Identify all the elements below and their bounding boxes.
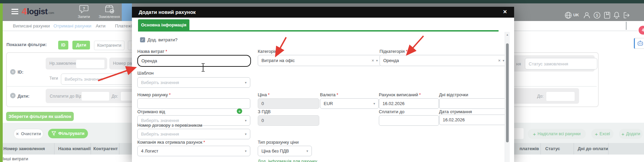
invoice-number-input[interactable] [137,98,250,109]
plus-icon: + [533,131,536,137]
chevron-down-icon[interactable]: ▾ [376,59,378,62]
order-status-label-fragment: ня [516,61,521,66]
modal-tab-main-info[interactable]: Основна інформація [138,19,189,30]
vat-input: 0 [258,115,319,126]
logo-4: 4 [22,6,27,17]
column-separator [608,143,608,155]
column-order-number[interactable]: Номер замовлення [3,146,45,151]
add-counterparty-button[interactable]: + [237,108,242,114]
add-invoice-button[interactable]: + Додати [619,129,643,139]
column-partner[interactable]: Контрагент [93,146,118,151]
chevron-down-icon[interactable]: ▾ [245,81,247,84]
filter-toggle-dates[interactable]: Дати [72,41,90,49]
plus-icon: + [595,131,598,137]
filter-row-id-label: ID: [18,69,23,75]
right-to-label: До: [537,94,544,99]
clear-selection-icon[interactable]: × [498,58,501,63]
user-icon[interactable] [583,12,591,19]
filter-toggle-id[interactable]: ID [58,41,68,49]
chevron-down-icon[interactable]: ▾ [306,149,308,153]
clear-selection-icon[interactable]: × [371,58,374,63]
column-company-name[interactable]: Назва компанії [58,146,91,151]
pay-until-to-label: До: [112,94,118,99]
column-days-to-pay[interactable]: Дні до оплати [578,146,608,151]
column-status[interactable]: Статус [545,146,560,151]
journal-icon[interactable] [603,12,611,19]
language-label: UK [573,13,579,17]
chevron-down-icon[interactable]: ▾ [245,119,247,122]
notification-badge[interactable]: 4 [638,25,644,35]
expense-name-label: Назва витрат* [137,49,167,54]
notifications-bell-icon[interactable] [613,11,620,19]
price-value: 0 [261,101,316,106]
add-invoice-modal: Додати новий рахунок ✕ Основна інформаці… [132,7,514,162]
more-invoice-info-link[interactable]: Дод. інформація для рахунку [258,159,317,162]
apply-filter-button[interactable]: Фільтрувати [48,129,88,138]
currency-select[interactable]: EUR ▾ [320,98,379,109]
carrier-contract-placeholder: Виберіть значення [141,131,243,137]
parcel-box-icon [104,4,115,14]
tab-received-invoices[interactable]: Отримані рахунки [53,23,91,28]
modal-scrollbar[interactable]: ▲ [505,32,510,162]
order-number-input[interactable] [76,59,105,68]
received-from-placeholder: Виберіть значення [141,118,243,123]
received-from-label: Отримано від [137,109,165,114]
pay-until-input[interactable] [379,115,439,126]
hamburger-icon[interactable] [12,9,18,14]
globe-icon [564,11,572,19]
remove-dates-filter-icon[interactable]: × [10,93,16,98]
tab-payments[interactable]: Платежі [115,23,132,28]
category-label: Категорія [258,49,277,54]
subcategory-select[interactable]: Оренда × ▾ [380,55,508,66]
chevron-down-icon[interactable]: ▾ [373,102,375,105]
language-switcher[interactable]: UK [564,11,580,19]
remove-id-filter-icon[interactable]: × [10,69,16,75]
scrollbar-up-icon[interactable]: ▲ [505,33,510,36]
template-select[interactable]: Виберіть значення ▾ [137,77,250,88]
app-logo[interactable]: 4logist.com [22,6,54,16]
finance-icon[interactable]: $ [593,12,601,19]
right-to-input[interactable] [546,92,575,101]
send-all-invoices-label: Надіслати всі рахунки [537,131,580,136]
receiving-company-select[interactable]: 4 Логист ▾ [137,146,250,156]
table-row-other-expenses[interactable]: Інші витрати [3,156,28,161]
expense-name-input[interactable]: Оренда [137,55,251,67]
modal-close-button[interactable]: ✕ [501,9,509,16]
price-type-label: Тип розрахунку ціни [258,140,299,145]
received-date-input[interactable]: 16.02.2026 [439,115,507,125]
invoice-issued-input[interactable]: 16.02.2026 [379,98,439,109]
clear-filters-button[interactable]: ✕ Очистити [14,129,43,139]
logout-icon[interactable] [623,12,630,19]
menu-item-requests[interactable]: ? Запити [74,4,93,20]
excel-export-label: Excel [600,131,610,136]
menu-item-orders[interactable]: Замовлення [97,4,121,20]
filter-toggle-partners[interactable]: Контрагенти [94,41,124,50]
expense-name-value: Оренда [141,58,247,63]
pay-until-from-label: Сплатити до Від: [50,94,83,99]
grace-days-input[interactable] [439,98,507,109]
clear-filters-label: Очистити [21,131,41,136]
chatbot-launcher[interactable] [634,38,644,49]
invoice-issued-label: Рахунок виписаний* [379,92,421,97]
chevron-down-icon[interactable]: ▾ [245,149,247,153]
pay-until-from-input[interactable] [81,92,110,101]
price-type-select[interactable]: Ціна без ПДВ ▾ [258,146,312,156]
tab-acts[interactable]: Акти [96,23,106,28]
send-all-invoices-button[interactable]: + Надіслати всі рахунки [528,129,586,139]
category-select[interactable]: Витрати на офіс × ▾ [258,55,382,66]
save-filter-template-button[interactable]: Зберегти фільтри як шаблон [6,112,74,121]
order-status-input[interactable]: Статус замовлення [525,58,597,69]
chevron-down-icon[interactable]: ▾ [245,132,247,136]
excel-export-button[interactable]: + Excel [591,129,614,139]
left-accent-strip [0,3,3,162]
currency-label: Валюта* [320,92,338,97]
funnel-icon [51,131,56,136]
chevron-down-icon[interactable]: ▾ [503,59,504,62]
carrier-contract-select[interactable]: Виберіть значення ▾ [137,129,250,139]
order-status-placeholder: Статус замовлення [529,61,594,66]
tab-issued-invoices[interactable]: Виписані рахунки [13,23,50,28]
extra-expenses-checkbox[interactable]: ✓ [140,37,145,42]
column-payments-fragment[interactable]: платежів [520,146,539,151]
subcategory-label: Підкатегорія* [380,49,408,54]
scrollbar-thumb[interactable] [506,43,509,142]
